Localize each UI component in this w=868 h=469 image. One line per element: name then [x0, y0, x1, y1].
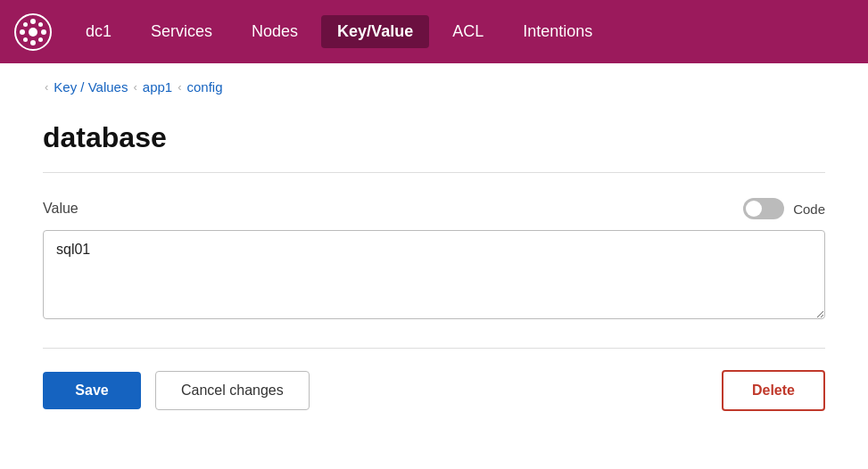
breadcrumb-chevron-3: ‹: [178, 80, 181, 94]
buttons-row: Save Cancel changes Delete: [43, 370, 825, 411]
title-divider: [43, 172, 825, 173]
value-textarea[interactable]: sql01: [43, 230, 825, 319]
svg-point-8: [23, 37, 28, 42]
consul-logo: [14, 13, 52, 51]
cancel-button[interactable]: Cancel changes: [155, 371, 310, 410]
svg-point-6: [23, 22, 28, 27]
value-label: Value: [43, 201, 79, 217]
save-button[interactable]: Save: [43, 372, 141, 409]
code-toggle[interactable]: [743, 198, 784, 219]
nav-item-keyvalue[interactable]: Key/Value: [321, 15, 429, 48]
value-header: Value Code: [43, 198, 825, 219]
breadcrumb-app1[interactable]: app1: [143, 79, 172, 95]
breadcrumb: ‹ Key / Values ‹ app1 ‹ config: [0, 63, 868, 103]
page-title: database: [43, 121, 825, 154]
nav-item-intentions[interactable]: Intentions: [507, 15, 608, 48]
svg-point-3: [30, 40, 36, 45]
breadcrumb-chevron-1: ‹: [45, 80, 48, 94]
breadcrumb-chevron-2: ‹: [133, 80, 136, 94]
breadcrumb-keyvalues[interactable]: Key / Values: [54, 79, 128, 95]
svg-point-5: [41, 29, 46, 35]
svg-point-4: [20, 29, 25, 35]
code-toggle-row: Code: [743, 198, 825, 219]
breadcrumb-config[interactable]: config: [187, 79, 223, 95]
svg-point-7: [38, 22, 43, 27]
nav-item-nodes[interactable]: Nodes: [236, 15, 314, 48]
dc-label: dc1: [70, 15, 128, 48]
code-label: Code: [793, 202, 825, 217]
main-content: database Value Code sql01 Save Cancel ch…: [0, 103, 868, 447]
nav-item-acl[interactable]: ACL: [436, 15, 500, 48]
svg-point-9: [38, 37, 43, 42]
svg-point-2: [30, 19, 36, 24]
navbar: dc1 Services Nodes Key/Value ACL Intenti…: [0, 0, 868, 63]
svg-point-1: [29, 28, 37, 37]
footer-divider: [43, 348, 825, 349]
delete-button[interactable]: Delete: [722, 370, 825, 411]
nav-item-services[interactable]: Services: [135, 15, 228, 48]
